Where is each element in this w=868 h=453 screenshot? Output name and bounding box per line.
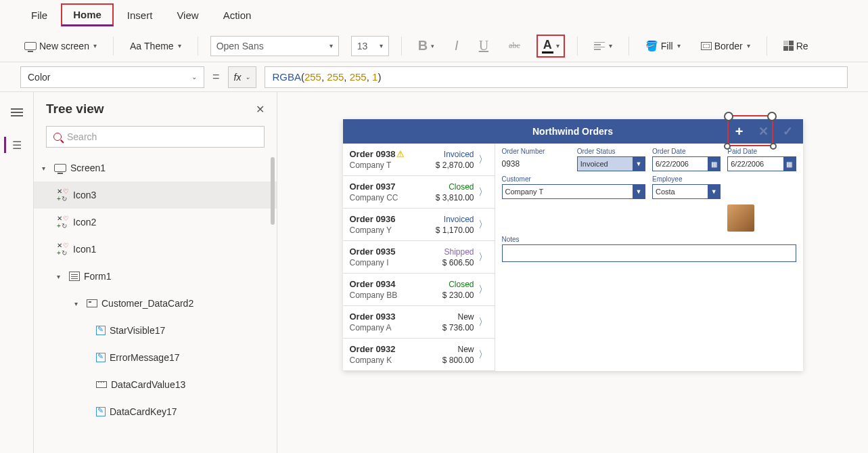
collapse-icon[interactable]: ▾ [57,273,65,280]
scrollbar-thumb[interactable] [271,157,275,225]
order-gallery[interactable]: Order 0938⚠Company TInvoiced$ 2,870.00〉O… [343,144,495,371]
menu-view[interactable]: View [166,5,209,25]
field-label: Order Date [652,148,721,155]
order-item[interactable]: Order 0937Company CCClosed$ 3,810.00〉 [343,176,495,209]
control-icon [96,381,107,388]
menu-insert[interactable]: Insert [116,5,164,25]
menu-file[interactable]: File [20,5,58,25]
tree-label: Customer_DataCard2 [101,298,193,309]
icon-control-icon: ✕♡+↻ [57,216,69,228]
tree-node-icon2[interactable]: ✕♡+↻ Icon2 [34,209,277,236]
new-screen-button[interactable]: New screen ▾ [20,38,101,54]
font-size-value: 13 [357,41,368,51]
employee-avatar [727,204,754,232]
border-button[interactable]: Border ▾ [697,38,754,54]
hamburger-button[interactable] [9,104,25,121]
order-status: Closed [449,182,474,192]
property-select[interactable]: Color ⌄ [20,66,204,88]
add-button[interactable]: + [730,122,749,141]
panel-title: Tree view [46,102,104,116]
order-date-input[interactable]: 6/22/2006▦ [652,156,721,171]
tree-node-datacard[interactable]: ▾ Customer_DataCard2 [34,290,277,317]
font-size-select[interactable]: 13 ▾ [351,36,389,56]
order-id: Order 0938⚠ [350,149,405,159]
menu-bar: File Home Insert View Action [0,0,868,30]
bold-button[interactable]: B▾ [414,38,438,53]
notes-input[interactable] [502,244,796,262]
align-icon [594,41,605,51]
order-item[interactable]: Order 0935Company IShipped$ 606.50〉 [343,241,495,274]
formula-input[interactable]: RGBA(255, 255, 255, 1) [265,66,848,88]
canvas[interactable]: Northwind Orders + ✕ ✓ Order 0938⚠Compan… [277,92,868,453]
chevron-down-icon: ▾ [556,42,559,49]
align-button[interactable]: ▾ [590,38,616,54]
menu-home[interactable]: Home [61,3,114,26]
order-status: New [457,345,474,354]
order-id: Order 0936 [350,214,396,224]
tree-node-form[interactable]: ▾ Form1 [34,263,277,290]
control-icon [96,326,106,335]
equals-label: = [212,70,220,84]
chevron-down-icon: ▼ [633,157,645,171]
tree-node-datacardkey[interactable]: DataCardKey17 [34,398,277,425]
tree-node-screen[interactable]: ▾ Screen1 [34,154,277,181]
calendar-icon: ▦ [783,157,796,171]
reorder-label: Re [796,41,808,51]
customer-select[interactable]: Company T▼ [502,184,646,199]
submit-button[interactable]: ✓ [779,122,798,141]
chevron-right-icon: 〉 [478,154,488,166]
order-item[interactable]: Order 0932Company KNew$ 800.00〉 [343,339,495,371]
tree-node-icon3[interactable]: ✕♡+↻ Icon3 [34,181,277,209]
tree-view-rail-button[interactable]: ☰ [4,137,20,153]
order-item[interactable]: Order 0934Company BBClosed$ 230.00〉 [343,274,495,306]
menu-action[interactable]: Action [212,5,262,25]
fx-button[interactable]: fx ⌄ [228,66,257,88]
order-amount: $ 1,170.00 [436,225,474,235]
control-icon [96,353,106,362]
collapse-icon[interactable]: ▾ [42,165,50,172]
reorder-button[interactable]: Re [779,38,813,54]
tree-node-datacardvalue[interactable]: DataCardValue13 [34,371,277,398]
layers-icon: ☰ [12,139,22,152]
order-number-value: 0938 [502,156,570,171]
control-icon [96,407,106,416]
calendar-icon: ▦ [708,157,720,171]
fill-label: Fill [661,41,673,51]
chevron-right-icon: 〉 [478,251,488,263]
order-status-select[interactable]: Invoiced▼ [577,156,645,171]
font-family-select[interactable]: Open Sans ▾ [210,36,339,56]
chevron-down-icon: ⌄ [191,73,197,81]
font-color-button[interactable]: A ▾ [536,35,565,58]
underline-button[interactable]: U [475,38,493,53]
italic-button[interactable]: I [451,38,463,53]
search-input[interactable]: Search [46,126,265,148]
employee-select[interactable]: Costa▼ [652,184,721,199]
panel-close-button[interactable]: ✕ [256,103,265,116]
strikethrough-button[interactable]: abc [505,41,524,51]
tree-node-errormessage[interactable]: ErrorMessage17 [34,344,277,371]
fx-icon: fx [234,72,242,83]
tree-node-starvisible[interactable]: StarVisible17 [34,317,277,344]
chevron-right-icon: 〉 [478,284,488,296]
tree-label: Icon2 [73,217,96,228]
tree-node-icon1[interactable]: ✕♡+↻ Icon1 [34,236,277,263]
tree-label: Screen1 [70,163,106,173]
cancel-button[interactable]: ✕ [754,122,773,141]
search-icon [53,133,62,141]
collapse-icon[interactable]: ▾ [74,300,83,307]
order-item[interactable]: Order 0938⚠Company TInvoiced$ 2,870.00〉 [343,144,495,176]
order-id: Order 0935 [350,246,396,257]
left-rail: ☰ [0,92,34,453]
property-value: Color [28,72,50,83]
order-id: Order 0934 [350,279,398,289]
fill-button[interactable]: 🪣 Fill ▾ [641,37,685,55]
paid-date-input[interactable]: 6/22/2006▦ [727,156,796,171]
paint-bucket-icon: 🪣 [645,40,658,52]
divider [577,37,578,56]
field-label: Paid Date [727,148,796,155]
order-item[interactable]: Order 0936Company YInvoiced$ 1,170.00〉 [343,209,495,241]
theme-button[interactable]: Aa Theme ▾ [126,38,185,54]
tree-label: StarVisible17 [110,325,165,336]
hamburger-icon [11,112,23,113]
order-item[interactable]: Order 0933Company ANew$ 736.00〉 [343,306,495,339]
